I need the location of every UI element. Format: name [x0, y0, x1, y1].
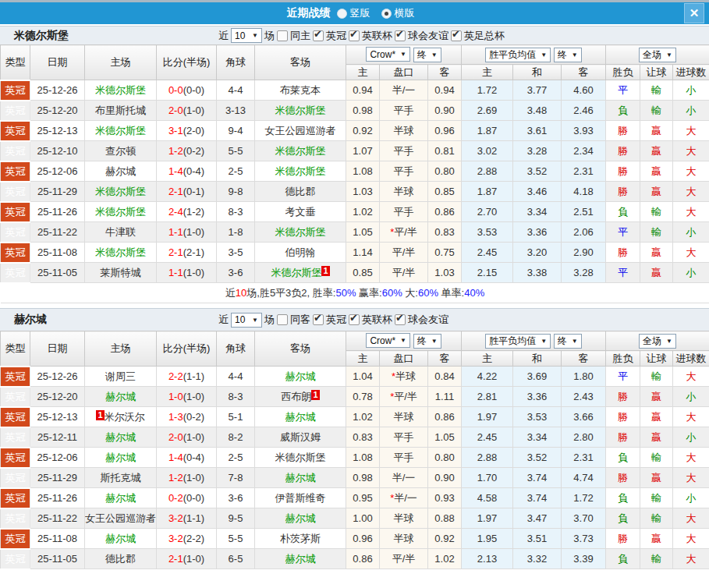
col-header-4: 角球: [217, 331, 255, 367]
handicap-verdict: 贏: [640, 243, 673, 263]
match-row: 英冠25-11-29米德尔斯堡2-1(0-1)9-8德比郡1.03半球0.851…: [1, 182, 709, 202]
avg-draw-odds: 3.52: [513, 448, 562, 468]
avg-time-select[interactable]: 终▼: [554, 334, 582, 349]
away-odds: 0.96: [428, 121, 462, 141]
games-label: 场: [264, 29, 275, 43]
competition-checkbox-1[interactable]: ✔: [349, 30, 360, 41]
result-verdict: 勝: [606, 141, 640, 161]
col-header-0: 类型: [1, 331, 30, 367]
period-select[interactable]: 全场▼: [639, 48, 676, 62]
corner-score: 3-6: [217, 488, 255, 508]
league-badge: 英冠: [1, 182, 30, 202]
handicap-verdict: 贏: [640, 407, 673, 427]
competition-checkbox-2[interactable]: ✔: [395, 314, 406, 325]
checkmark-icon: ✔: [395, 29, 404, 40]
avg-away-odds: 2.34: [562, 141, 606, 161]
result-verdict: 負: [606, 488, 640, 508]
goals-verdict: 小: [673, 101, 709, 121]
corner-score: 9-5: [217, 508, 255, 529]
odds-time-select[interactable]: 终▼: [413, 334, 441, 349]
match-date: 25-11-05: [30, 549, 85, 569]
match-count-select[interactable]: 10▼: [231, 28, 262, 43]
team-title: 米德尔斯堡: [14, 29, 218, 43]
red-card-badge: 1: [96, 410, 104, 420]
summary-segment-8: 单率:: [438, 287, 464, 299]
filters-bar: 近10▼场同主✔英冠✔英联杯✔球会友谊✔英足总杯: [218, 28, 505, 43]
sub-header-3: 主: [462, 65, 513, 80]
home-team-cell: 牛津联: [85, 222, 157, 243]
team-name: 考文垂: [285, 206, 316, 218]
away-odds: 0.86: [428, 202, 462, 222]
avg-draw-odds: 3.36: [513, 222, 562, 243]
chevron-down-icon: ▼: [431, 338, 438, 345]
layout-radio-0[interactable]: [337, 9, 347, 19]
handicap-value: 平手: [394, 431, 414, 443]
competition-checkbox-0[interactable]: ✔: [313, 314, 324, 325]
avg-odds-select[interactable]: 胜平负均值▼: [485, 334, 551, 349]
corner-score: 5-5: [217, 141, 255, 161]
home-team-cell: 1米尔沃尔: [85, 407, 157, 427]
games-label: 场: [264, 313, 275, 327]
odds-source-select[interactable]: Crow*▼: [366, 47, 410, 62]
league-badge: 英冠: [1, 222, 30, 243]
fulltime-score: 0-0: [168, 84, 183, 96]
team-name: 米德尔斯堡: [271, 267, 321, 278]
avg-home-odds: 2.70: [462, 202, 513, 222]
layout-radio-group: 竖版横版: [337, 6, 423, 20]
handicap-value: 半球: [395, 370, 416, 382]
away-team-cell: 德比郡: [255, 182, 346, 202]
halftime-score: (1-0): [183, 472, 204, 484]
avg-draw-odds: 3.74: [513, 488, 562, 508]
same-venue-checkbox[interactable]: [277, 30, 288, 41]
match-date: 25-11-08: [30, 529, 85, 549]
fulltime-score: 3-2: [168, 512, 183, 524]
home-team-cell: 米德尔斯堡: [85, 243, 157, 263]
avg-away-odds: 2.06: [562, 222, 606, 243]
handicap-cell: 半/一: [380, 468, 428, 488]
checkmark-icon: ✔: [314, 29, 322, 40]
layout-radio-1[interactable]: [381, 9, 392, 19]
team-name: 米德尔斯堡: [275, 226, 326, 238]
home-odds: 1.08: [346, 161, 380, 182]
result-verdict: 勝: [606, 407, 640, 427]
score-cell: 2-0(1-0): [157, 101, 217, 121]
goals-verdict: 大: [673, 243, 709, 263]
team-name: 赫尔城: [105, 492, 136, 504]
same-venue-checkbox[interactable]: [277, 314, 288, 325]
avg-time-select[interactable]: 终▼: [554, 48, 582, 62]
competition-checkbox-2[interactable]: ✔: [395, 30, 406, 41]
avg-home-odds: 2.15: [462, 263, 513, 283]
handicap-cell: *半/一: [380, 488, 428, 508]
odds-time-select-value: 终: [417, 48, 427, 62]
corner-score: 6-5: [217, 549, 255, 569]
score-cell: 2-1(2-1): [157, 243, 217, 263]
avg-draw-odds: 3.38: [513, 263, 562, 283]
chevron-down-icon: ▼: [252, 32, 258, 39]
handicap-cell: 平手: [380, 202, 428, 222]
handicap-value: 平手: [394, 206, 414, 218]
away-odds: 0.86: [428, 407, 462, 427]
competition-checkbox-3[interactable]: ✔: [451, 30, 462, 41]
handicap-value: 平/半: [394, 226, 417, 238]
odds-source-select[interactable]: Crow*▼: [366, 333, 410, 348]
team-name: 女王公园巡游者: [265, 125, 336, 136]
handicap-cell: 平/半: [380, 263, 428, 283]
match-count-select[interactable]: 10▼: [231, 313, 262, 328]
period-select[interactable]: 全场▼: [639, 334, 676, 349]
odds-time-select[interactable]: 终▼: [413, 48, 441, 62]
avg-odds-select[interactable]: 胜平负均值▼: [485, 48, 551, 62]
competition-label-2: 球会友谊: [408, 29, 448, 43]
home-odds: 0.98: [346, 101, 380, 121]
competition-checkbox-0[interactable]: ✔: [313, 30, 324, 41]
close-button[interactable]: ✕: [684, 3, 704, 23]
chevron-down-icon: ▼: [666, 338, 672, 345]
avg-home-odds: 2.88: [462, 161, 513, 182]
handicap-value: 平/半: [394, 391, 417, 402]
score-cell: 1-1(1-0): [157, 222, 217, 243]
home-odds: 1.04: [346, 367, 380, 387]
away-odds: 0.90: [428, 101, 462, 121]
match-row: 英冠25-12-26米德尔斯堡0-0(0-0)4-4布莱克本0.94半/一0.9…: [1, 80, 709, 101]
away-team-cell: 米德尔斯堡: [255, 448, 346, 468]
competition-checkbox-1[interactable]: ✔: [349, 314, 360, 325]
corner-score: 8-3: [217, 387, 255, 407]
